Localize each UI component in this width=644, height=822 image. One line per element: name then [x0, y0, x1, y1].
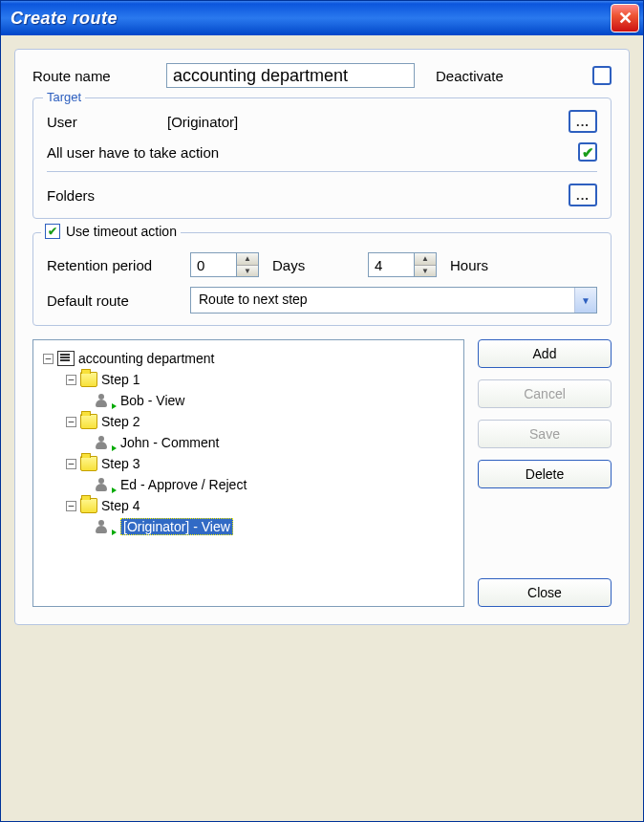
chevron-down-icon[interactable]: ▼	[574, 288, 596, 313]
button-column: Add Cancel Save Delete Close	[478, 339, 612, 607]
create-route-dialog: Create route ✕ Route name Deactivate Tar…	[0, 0, 644, 822]
route-tree[interactable]: − accounting department − Step 1 Bob - V…	[32, 339, 464, 607]
arrow-icon	[112, 403, 117, 409]
tree-root-label: accounting department	[78, 351, 214, 366]
tree-step[interactable]: − Step 1	[39, 369, 458, 390]
spinner-down-icon[interactable]: ▼	[415, 266, 436, 277]
days-spinner-buttons[interactable]: ▲▼	[236, 252, 259, 277]
tree-step-label: Step 3	[101, 456, 140, 471]
deactivate-label: Deactivate	[436, 68, 504, 84]
folders-row: Folders ...	[47, 184, 597, 206]
dialog-content: Route name Deactivate Target User [Origi…	[1, 35, 643, 821]
timeout-fieldset: Use timeout action Retention period ▲▼ D…	[32, 232, 612, 326]
tree-step[interactable]: − Step 2	[39, 411, 458, 432]
deactivate-checkbox[interactable]	[592, 66, 612, 85]
save-button[interactable]: Save	[478, 420, 612, 448]
default-route-label: Default route	[47, 292, 190, 309]
user-icon	[93, 477, 110, 492]
hours-spinner[interactable]: ▲▼	[368, 252, 437, 277]
use-timeout-checkbox[interactable]	[45, 224, 60, 239]
user-row: User [Originator] ...	[47, 110, 597, 133]
add-button[interactable]: Add	[478, 339, 612, 368]
browse-user-button[interactable]: ...	[569, 110, 597, 133]
folder-icon	[80, 456, 97, 471]
window-title: Create route	[11, 9, 118, 29]
tree-step-label: Step 1	[101, 372, 140, 387]
all-user-row: All user have to take action	[47, 142, 597, 162]
route-name-input[interactable]	[166, 63, 415, 88]
target-divider	[47, 171, 597, 172]
tree-step-label: Step 2	[101, 414, 140, 429]
collapse-icon[interactable]: −	[66, 375, 76, 385]
spinner-up-icon[interactable]: ▲	[415, 253, 436, 266]
hours-label: Hours	[450, 257, 488, 273]
spinner-down-icon[interactable]: ▼	[237, 266, 258, 277]
user-icon	[93, 435, 110, 450]
tree-user-label-selected: [Originator] - View	[120, 518, 233, 535]
days-input[interactable]	[190, 252, 236, 277]
tree-root[interactable]: − accounting department	[39, 348, 458, 369]
default-route-row: Default route Route to next step ▼	[47, 287, 597, 314]
cancel-button[interactable]: Cancel	[478, 379, 612, 408]
user-label: User	[47, 114, 167, 130]
route-icon	[57, 351, 75, 366]
tree-user-label: John - Comment	[120, 435, 219, 450]
collapse-icon[interactable]: −	[66, 501, 76, 511]
folder-icon	[80, 372, 97, 387]
tree-step-label: Step 4	[101, 498, 140, 513]
titlebar: Create route ✕	[1, 1, 643, 35]
user-icon	[93, 393, 110, 408]
close-button[interactable]: Close	[478, 578, 612, 607]
tree-user[interactable]: [Originator] - View	[39, 516, 458, 537]
tree-user[interactable]: Bob - View	[39, 390, 458, 411]
route-name-row: Route name Deactivate	[32, 63, 612, 88]
browse-folders-button[interactable]: ...	[569, 184, 597, 206]
folders-label: Folders	[47, 187, 569, 204]
folder-icon	[80, 414, 97, 429]
collapse-icon[interactable]: −	[66, 417, 76, 427]
arrow-icon	[112, 487, 117, 493]
default-route-dropdown[interactable]: Route to next step ▼	[190, 287, 597, 314]
days-label: Days	[272, 257, 368, 273]
hours-spinner-buttons[interactable]: ▲▼	[414, 252, 437, 277]
tree-step[interactable]: − Step 4	[39, 495, 458, 516]
main-panel: Route name Deactivate Target User [Origi…	[14, 49, 630, 625]
target-fieldset: Target User [Originator] ... All user ha…	[32, 97, 612, 219]
tree-user-label: Ed - Approve / Reject	[120, 477, 247, 492]
retention-row: Retention period ▲▼ Days ▲▼ Hours	[47, 252, 597, 277]
hours-input[interactable]	[368, 252, 414, 277]
collapse-icon[interactable]: −	[66, 459, 76, 469]
all-user-checkbox[interactable]	[578, 142, 597, 162]
delete-button[interactable]: Delete	[478, 460, 612, 488]
arrow-icon	[112, 530, 117, 535]
user-value: [Originator]	[167, 114, 569, 130]
spinner-up-icon[interactable]: ▲	[237, 253, 258, 266]
close-icon[interactable]: ✕	[611, 4, 639, 32]
tree-step[interactable]: − Step 3	[39, 453, 458, 474]
user-icon	[93, 519, 110, 534]
retention-label: Retention period	[47, 257, 190, 273]
route-name-label: Route name	[32, 68, 166, 84]
tree-user[interactable]: Ed - Approve / Reject	[39, 474, 458, 495]
default-route-value: Route to next step	[191, 288, 574, 313]
tree-user-label: Bob - View	[120, 393, 184, 408]
all-user-label: All user have to take action	[47, 144, 578, 161]
days-spinner[interactable]: ▲▼	[190, 252, 259, 277]
collapse-icon[interactable]: −	[43, 354, 54, 364]
target-legend: Target	[43, 90, 85, 104]
folder-icon	[80, 498, 97, 513]
arrow-icon	[112, 445, 117, 451]
use-timeout-label: Use timeout action	[66, 224, 177, 239]
lower-section: − accounting department − Step 1 Bob - V…	[32, 339, 612, 607]
tree-user[interactable]: John - Comment	[39, 432, 458, 453]
